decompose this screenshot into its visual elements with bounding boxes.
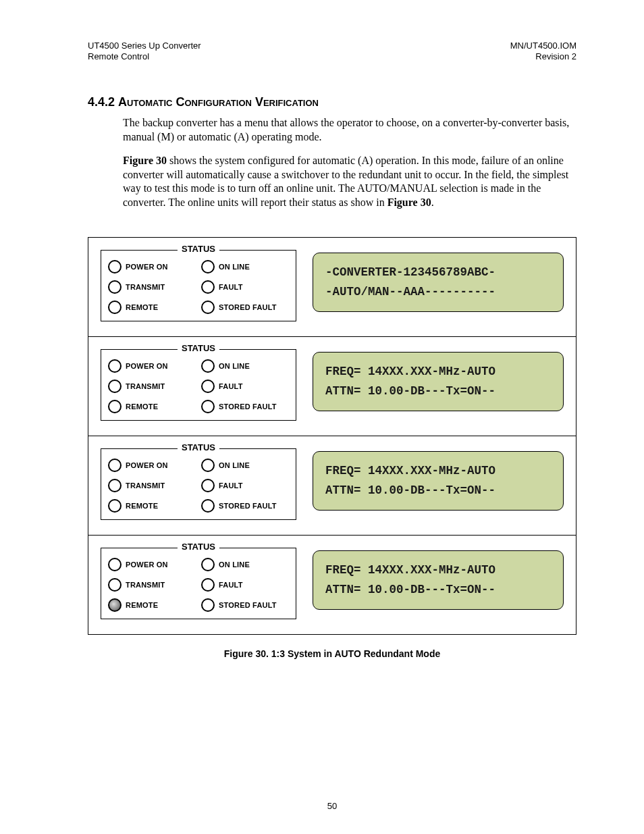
stored-fault-led-item: Stored Fault	[201, 598, 289, 612]
paragraph-1: The backup converter has a menu that all…	[123, 116, 576, 145]
remote-led-item: Remote	[108, 301, 196, 314]
on-line-led	[201, 558, 215, 571]
fault-led-item: Fault	[201, 280, 289, 294]
stored-fault-led-label: Stored Fault	[219, 502, 277, 510]
status-box: StatusPower OnOn LineTransmitFaultRemote…	[101, 448, 296, 520]
converter-panel: StatusPower OnOn LineTransmitFaultRemote…	[88, 536, 576, 634]
stored-fault-led-item: Stored Fault	[201, 499, 289, 513]
section-title: Automatic Configuration Verification	[118, 95, 319, 109]
page-header: UT4500 Series Up Converter Remote Contro…	[88, 41, 576, 61]
converter-panel: StatusPower OnOn LineTransmitFaultRemote…	[88, 436, 576, 536]
transmit-led	[108, 280, 122, 294]
converter-panel: StatusPower OnOn LineTransmitFaultRemote…	[88, 337, 576, 436]
fault-led	[201, 280, 215, 294]
fault-led	[201, 380, 215, 393]
stored-fault-led	[201, 499, 215, 513]
page-number: 50	[88, 801, 576, 811]
power-on-led-label: Power On	[126, 362, 168, 370]
status-box: StatusPower OnOn LineTransmitFaultRemote…	[101, 250, 296, 321]
figure-30: StatusPower OnOn LineTransmitFaultRemote…	[88, 237, 576, 635]
status-title: Status	[178, 442, 219, 452]
transmit-led	[108, 479, 122, 492]
on-line-led-label: On Line	[219, 461, 250, 469]
power-on-led-label: Power On	[126, 461, 168, 469]
on-line-led-item: On Line	[201, 459, 289, 472]
stored-fault-led-label: Stored Fault	[219, 601, 277, 609]
power-on-led-item: Power On	[108, 459, 196, 472]
on-line-led-item: On Line	[201, 359, 289, 373]
remote-led	[108, 301, 122, 314]
status-box: StatusPower OnOn LineTransmitFaultRemote…	[101, 548, 296, 619]
stored-fault-led	[201, 400, 215, 413]
paragraph-2: Figure 30 shows the system configured fo…	[123, 154, 576, 210]
transmit-led-item: Transmit	[108, 280, 196, 294]
power-on-led	[108, 558, 122, 571]
paragraph-2-body: shows the system configured for automati…	[123, 155, 568, 208]
transmit-led-item: Transmit	[108, 578, 196, 592]
header-left-line1: UT4500 Series Up Converter	[88, 41, 201, 51]
figure-caption: Figure 30. 1:3 System in AUTO Redundant …	[88, 648, 576, 659]
fault-led-label: Fault	[219, 283, 243, 291]
stored-fault-led	[201, 598, 215, 612]
section-number: 4.4.2	[88, 95, 115, 109]
power-on-led	[108, 260, 122, 273]
on-line-led-label: On Line	[219, 263, 250, 271]
lcd-display: FREQ= 14XXX.XXX-MHz-AUTO ATTN= 10.00-DB-…	[313, 451, 564, 511]
header-right-line2: Revision 2	[510, 51, 576, 62]
transmit-led-label: Transmit	[126, 283, 165, 291]
stored-fault-led-label: Stored Fault	[219, 303, 277, 311]
figure-ref-2: Figure 30	[387, 197, 431, 208]
transmit-led	[108, 578, 122, 592]
on-line-led	[201, 359, 215, 373]
status-title: Status	[178, 244, 219, 254]
lcd-display: FREQ= 14XXX.XXX-MHz-AUTO ATTN= 10.00-DB-…	[313, 352, 564, 411]
fault-led	[201, 479, 215, 492]
fault-led-label: Fault	[219, 581, 243, 589]
power-on-led-item: Power On	[108, 359, 196, 373]
remote-led-label: Remote	[126, 502, 158, 510]
status-box: StatusPower OnOn LineTransmitFaultRemote…	[101, 349, 296, 421]
fault-led-label: Fault	[219, 481, 243, 490]
header-right-line1: MN/UT4500.IOM	[510, 41, 576, 51]
paragraph-2-end: .	[431, 197, 434, 208]
transmit-led-item: Transmit	[108, 380, 196, 393]
transmit-led	[108, 380, 122, 393]
fault-led-item: Fault	[201, 380, 289, 393]
on-line-led-label: On Line	[219, 362, 250, 370]
on-line-led	[201, 459, 215, 472]
on-line-led	[201, 260, 215, 273]
transmit-led-label: Transmit	[126, 481, 165, 490]
stored-fault-led	[201, 301, 215, 314]
remote-led	[108, 400, 122, 413]
power-on-led-label: Power On	[126, 561, 168, 569]
remote-led-label: Remote	[126, 601, 158, 609]
power-on-led-item: Power On	[108, 558, 196, 571]
on-line-led-item: On Line	[201, 558, 289, 571]
lcd-display: FREQ= 14XXX.XXX-MHz-AUTO ATTN= 10.00-DB-…	[313, 550, 564, 610]
remote-led-label: Remote	[126, 303, 158, 311]
remote-led-label: Remote	[126, 402, 158, 411]
remote-led	[108, 499, 122, 513]
fault-led-item: Fault	[201, 479, 289, 492]
status-title: Status	[178, 542, 219, 552]
power-on-led	[108, 459, 122, 472]
on-line-led-item: On Line	[201, 260, 289, 273]
transmit-led-label: Transmit	[126, 581, 165, 589]
transmit-led-label: Transmit	[126, 382, 165, 390]
header-left-line2: Remote Control	[88, 51, 201, 62]
lcd-display: -CONVERTER-123456789ABC- -AUTO/MAN--AAA-…	[313, 253, 564, 312]
power-on-led	[108, 359, 122, 373]
converter-panel: StatusPower OnOn LineTransmitFaultRemote…	[88, 238, 576, 337]
fault-led-label: Fault	[219, 382, 243, 390]
power-on-led-item: Power On	[108, 260, 196, 273]
fault-led-item: Fault	[201, 578, 289, 592]
stored-fault-led-item: Stored Fault	[201, 301, 289, 314]
transmit-led-item: Transmit	[108, 479, 196, 492]
status-title: Status	[178, 343, 219, 353]
remote-led-item: Remote	[108, 499, 196, 513]
section-heading: 4.4.2 Automatic Configuration Verificati…	[88, 95, 576, 109]
figure-ref-1: Figure 30	[123, 155, 167, 166]
remote-led-item: Remote	[108, 598, 196, 612]
stored-fault-led-label: Stored Fault	[219, 402, 277, 411]
fault-led	[201, 578, 215, 592]
